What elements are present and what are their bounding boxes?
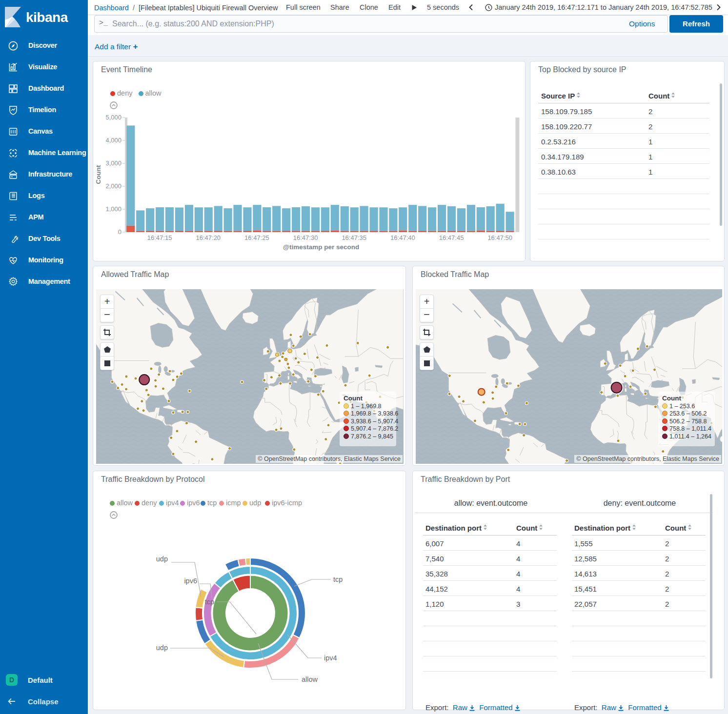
svg-text:0: 0	[118, 228, 121, 236]
svg-text:2,000: 2,000	[105, 182, 121, 190]
svg-text:5,000: 5,000	[105, 114, 121, 121]
svg-text:allow: allow	[302, 675, 318, 683]
svg-text:16:47:40: 16:47:40	[390, 234, 415, 241]
svg-text:16:47:45: 16:47:45	[439, 234, 464, 241]
svg-text:tcp: tcp	[333, 575, 343, 583]
svg-text:@timestamp per second: @timestamp per second	[283, 243, 359, 251]
svg-text:16:47:20: 16:47:20	[196, 234, 221, 241]
svg-text:16:47:35: 16:47:35	[342, 234, 366, 241]
svg-text:1,000: 1,000	[105, 205, 121, 213]
svg-text:udp: udp	[156, 644, 168, 652]
svg-text:udp: udp	[156, 555, 168, 563]
svg-text:16:47:50: 16:47:50	[487, 234, 512, 241]
svg-text:Count: Count	[95, 165, 102, 184]
svg-text:16:47:15: 16:47:15	[147, 234, 172, 241]
svg-text:3,000: 3,000	[105, 159, 121, 167]
svg-text:ipv6: ipv6	[184, 577, 197, 585]
svg-text:ipv4: ipv4	[324, 654, 337, 662]
svg-text:4,000: 4,000	[105, 137, 121, 144]
svg-text:16:47:30: 16:47:30	[293, 234, 318, 241]
svg-text:tcp: tcp	[205, 598, 214, 606]
svg-text:16:47:25: 16:47:25	[244, 234, 269, 241]
